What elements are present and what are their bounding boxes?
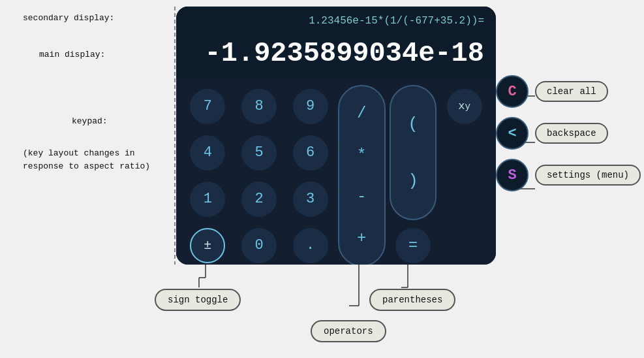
- keypad-label: keypad:: [72, 116, 108, 126]
- key-4-cell: 4: [184, 131, 232, 174]
- main-display-label: main display:: [39, 50, 105, 59]
- clear-all-group: C clear all: [496, 75, 641, 108]
- key-equals-cell: =: [390, 224, 437, 265]
- secondary-display-value: 1.23456e-15*(1/(-677+35.2))=: [309, 15, 484, 27]
- calculator: 1.23456e-15*(1/(-677+35.2))= -1.92358990…: [176, 7, 496, 265]
- clear-icon: C: [508, 84, 516, 100]
- key-4[interactable]: 4: [190, 135, 225, 171]
- key-1-cell: 1: [184, 178, 232, 220]
- main-display-value: -1.9235899034e-18: [205, 38, 484, 69]
- key-xy-cell: xy: [440, 85, 488, 127]
- key-2-cell: 2: [236, 178, 283, 220]
- key-8[interactable]: 8: [241, 89, 277, 124]
- key-1[interactable]: 1: [190, 182, 225, 217]
- key-equals[interactable]: =: [395, 228, 431, 263]
- operators-group: / * - +: [338, 85, 386, 265]
- key-9-cell: 9: [286, 85, 334, 127]
- key-9[interactable]: 9: [293, 89, 328, 124]
- backspace-label: backspace: [535, 123, 608, 144]
- keypad: 7 8 9 / * - + ( ) xy: [176, 78, 496, 265]
- parentheses-group: ( ): [390, 85, 437, 220]
- key-multiply[interactable]: *: [357, 146, 366, 164]
- key-dot-cell: .: [286, 224, 334, 265]
- key-0[interactable]: 0: [241, 228, 277, 263]
- key-7-cell: 7: [184, 85, 232, 127]
- secondary-display: 1.23456e-15*(1/(-677+35.2))=: [176, 7, 496, 31]
- main-display: -1.9235899034e-18: [176, 31, 496, 78]
- key-6[interactable]: 6: [293, 135, 328, 171]
- secondary-display-label: secondary display:: [23, 13, 114, 23]
- key-sign[interactable]: ±: [190, 228, 225, 263]
- clear-all-label: clear all: [535, 81, 608, 102]
- key-8-cell: 8: [236, 85, 283, 127]
- key-6-cell: 6: [286, 131, 334, 174]
- key-divide[interactable]: /: [357, 105, 366, 122]
- sign-toggle-bubble: sign toggle: [155, 289, 241, 311]
- key-5-cell: 5: [236, 131, 283, 174]
- settings-icon: S: [508, 167, 516, 184]
- key-0-cell: 0: [236, 224, 283, 265]
- key-open-paren[interactable]: (: [408, 114, 418, 134]
- key-xy[interactable]: xy: [447, 89, 482, 124]
- backspace-group: < backspace: [496, 117, 641, 150]
- key-3[interactable]: 3: [293, 182, 328, 217]
- key-dot[interactable]: .: [293, 228, 328, 263]
- key-subtract[interactable]: -: [357, 187, 366, 205]
- settings-label: settings (menu): [535, 165, 641, 186]
- clear-button[interactable]: C: [496, 75, 529, 108]
- parentheses-bubble: parentheses: [369, 289, 455, 311]
- right-buttons: C clear all < backspace S settings (menu…: [496, 75, 641, 191]
- backspace-button[interactable]: <: [496, 117, 529, 150]
- backspace-icon: <: [508, 125, 516, 142]
- key-2[interactable]: 2: [241, 182, 277, 217]
- operators-bubble: operators: [311, 320, 386, 342]
- key-5[interactable]: 5: [241, 135, 277, 171]
- key-7[interactable]: 7: [190, 89, 225, 124]
- key-sign-cell: ±: [184, 224, 232, 265]
- settings-group: S settings (menu): [496, 159, 641, 191]
- settings-button[interactable]: S: [496, 159, 529, 191]
- key-add[interactable]: +: [357, 229, 366, 247]
- keypad-note: (key layout changes in response to aspec…: [23, 147, 166, 172]
- key-3-cell: 3: [286, 178, 334, 220]
- key-close-paren[interactable]: ): [408, 171, 418, 191]
